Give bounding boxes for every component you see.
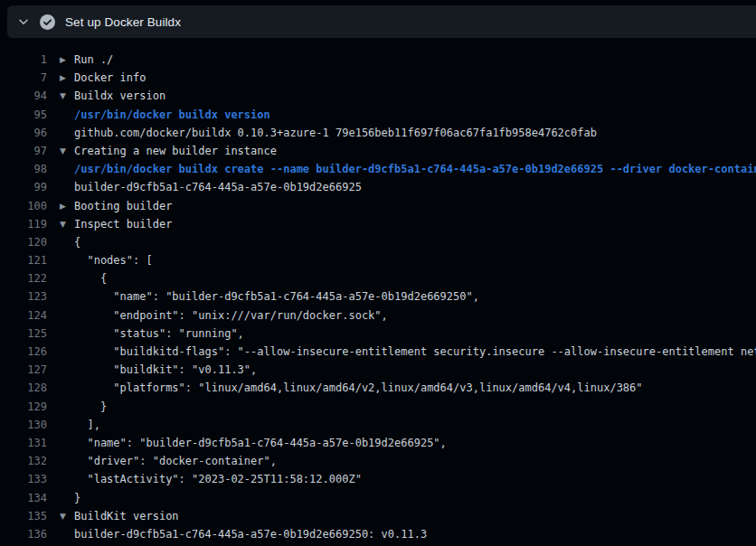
line-number[interactable]: 99 — [0, 178, 47, 196]
line-number[interactable]: 128 — [0, 379, 47, 397]
line-number[interactable]: 97 — [0, 142, 47, 160]
log-line[interactable]: 7 ▶ Docker info — [0, 69, 756, 87]
line-text: Booting builder — [74, 197, 172, 215]
log-line: 123 ▶ "name": "builder-d9cfb5a1-c764-445… — [0, 287, 756, 306]
line-number[interactable]: 124 — [0, 306, 47, 325]
line-number[interactable]: 136 — [0, 525, 47, 543]
line-text: github.com/docker/buildx 0.10.3+azure-1 … — [74, 124, 597, 142]
line-text: { — [74, 269, 107, 287]
triangle-down-icon[interactable]: ▼ — [60, 214, 74, 232]
line-text: } — [74, 489, 80, 507]
line-number[interactable]: 133 — [0, 470, 47, 488]
log-line: 125 ▶ "status": "running", — [0, 325, 756, 343]
line-number[interactable]: 119 — [0, 215, 47, 233]
log-line: 132 ▶ "driver": "docker-container", — [0, 452, 756, 470]
line-number[interactable]: 132 — [0, 452, 47, 470]
line-text: builder-d9cfb5a1-c764-445a-a57e-0b19d2e6… — [74, 525, 427, 543]
line-number[interactable]: 1 — [0, 51, 47, 69]
line-number[interactable]: 130 — [0, 416, 47, 434]
log-line: 131 ▶ "name": "builder-d9cfb5a1-c764-445… — [0, 434, 756, 452]
log-line[interactable]: 94 ▼ Buildx version — [0, 87, 756, 105]
log-line: 98 ▶ /usr/bin/docker buildx create --nam… — [0, 160, 756, 178]
line-number[interactable]: 120 — [0, 233, 47, 251]
line-number[interactable]: 100 — [0, 197, 47, 215]
log-line[interactable]: 1 ▶ Run ./ — [0, 51, 756, 69]
line-number[interactable]: 94 — [0, 87, 47, 105]
line-number[interactable]: 131 — [0, 434, 47, 452]
log-line: 127 ▶ "buildkit": "v0.11.3", — [0, 361, 756, 379]
line-number[interactable]: 134 — [0, 489, 47, 507]
line-number[interactable]: 126 — [0, 343, 47, 361]
line-text: /usr/bin/docker buildx version — [74, 106, 270, 124]
log-line: 99 ▶ builder-d9cfb5a1-c764-445a-a57e-0b1… — [0, 178, 756, 196]
line-number[interactable]: 7 — [0, 69, 47, 87]
log-line: 95 ▶ /usr/bin/docker buildx version — [0, 106, 756, 124]
log-line: 136 ▶ builder-d9cfb5a1-c764-445a-a57e-0b… — [0, 525, 756, 543]
line-text: } — [74, 398, 107, 416]
line-text: "lastActivity": "2023-02-25T11:58:12.000… — [74, 470, 362, 488]
line-number[interactable]: 121 — [0, 251, 47, 269]
line-text: "name": "builder-d9cfb5a1-c764-445a-a57e… — [74, 287, 479, 306]
log-line: 96 ▶ github.com/docker/buildx 0.10.3+azu… — [0, 124, 756, 142]
step-header[interactable]: Set up Docker Buildx — [7, 5, 756, 38]
step-title: Set up Docker Buildx — [65, 15, 181, 29]
triangle-down-icon[interactable]: ▼ — [60, 506, 74, 524]
log-line: 120 ▶ { — [0, 233, 756, 251]
triangle-down-icon[interactable]: ▼ — [60, 141, 74, 159]
line-number[interactable]: 135 — [0, 507, 47, 525]
line-number[interactable]: 122 — [0, 269, 47, 287]
log-line: 128 ▶ "platforms": "linux/amd64,linux/am… — [0, 379, 756, 397]
line-number[interactable]: 123 — [0, 287, 47, 306]
log-line: 122 ▶ { — [0, 269, 756, 287]
log-line[interactable]: 135 ▼ BuildKit version — [0, 507, 756, 525]
line-text: ], — [74, 416, 100, 434]
line-text: "buildkit": "v0.11.3", — [74, 361, 257, 379]
line-number[interactable]: 95 — [0, 106, 47, 124]
line-text: "buildkitd-flags": "--allow-insecure-ent… — [74, 343, 756, 361]
line-text: "driver": "docker-container", — [74, 452, 277, 470]
line-text: Buildx version — [74, 87, 165, 105]
line-text: Creating a new builder instance — [74, 142, 277, 160]
line-text: Docker info — [74, 69, 146, 87]
line-text: Inspect builder — [74, 215, 172, 233]
log-line: 134 ▶ } — [0, 489, 756, 507]
line-text: Run ./ — [74, 51, 113, 69]
log-line: 130 ▶ ], — [0, 416, 756, 434]
log-lines: 1 ▶ Run ./ 7 ▶ Docker info 94 ▼ Buildx v… — [0, 38, 756, 543]
triangle-down-icon[interactable]: ▼ — [60, 87, 74, 105]
log-line: 133 ▶ "lastActivity": "2023-02-25T11:58:… — [0, 470, 756, 488]
log-line[interactable]: 119 ▼ Inspect builder — [0, 215, 756, 233]
line-text: "status": "running", — [74, 325, 244, 343]
log-line: 124 ▶ "endpoint": "unix:///var/run/docke… — [0, 306, 756, 325]
line-number[interactable]: 98 — [0, 160, 47, 178]
log-line: 126 ▶ "buildkitd-flags": "--allow-insecu… — [0, 343, 756, 361]
line-text: BuildKit version — [74, 507, 179, 525]
line-text: "nodes": [ — [74, 251, 153, 269]
triangle-right-icon[interactable]: ▶ — [60, 51, 74, 69]
line-number[interactable]: 127 — [0, 361, 47, 379]
triangle-right-icon[interactable]: ▶ — [60, 196, 74, 214]
log-line[interactable]: 100 ▶ Booting builder — [0, 197, 756, 215]
triangle-right-icon[interactable]: ▶ — [60, 69, 74, 87]
line-text: /usr/bin/docker buildx create --name bui… — [74, 160, 756, 178]
line-text: "endpoint": "unix:///var/run/docker.sock… — [74, 306, 388, 325]
check-circle-icon — [40, 14, 55, 30]
chevron-down-icon[interactable] — [17, 15, 30, 28]
line-text: "name": "builder-d9cfb5a1-c764-445a-a57e… — [74, 434, 447, 452]
line-number[interactable]: 129 — [0, 398, 47, 416]
log-line[interactable]: 97 ▼ Creating a new builder instance — [0, 142, 756, 160]
line-text: builder-d9cfb5a1-c764-445a-a57e-0b19d2e6… — [74, 178, 362, 196]
line-text: { — [74, 233, 80, 251]
log-line: 129 ▶ } — [0, 398, 756, 416]
log-line: 121 ▶ "nodes": [ — [0, 251, 756, 269]
line-number[interactable]: 125 — [0, 325, 47, 343]
line-text: "platforms": "linux/amd64,linux/amd64/v2… — [74, 379, 643, 397]
line-number[interactable]: 96 — [0, 124, 47, 142]
